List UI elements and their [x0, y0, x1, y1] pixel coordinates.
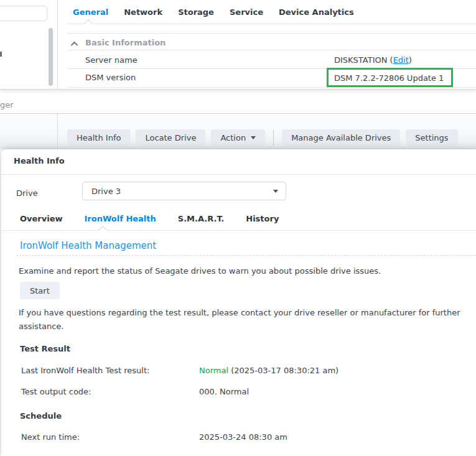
test-output-code-value: 000. Normal [199, 387, 249, 396]
button-label: Health Info [77, 133, 121, 142]
server-name-label: Server name [85, 55, 138, 65]
row-divider [67, 68, 476, 69]
tab-overview[interactable]: Overview [20, 214, 63, 223]
chevron-up-icon[interactable] [70, 39, 78, 49]
dialog-header-divider [1, 174, 476, 175]
button-label: Start [30, 286, 50, 295]
section-divider [67, 50, 476, 50]
caret-down-icon [273, 190, 278, 193]
dialog-tab-bar: Overview IronWolf Health S.M.A.R.T. Hist… [20, 214, 279, 223]
screen: General Network Storage Service Device A… [0, 0, 476, 456]
tab-history[interactable]: History [246, 214, 279, 223]
row-divider [67, 87, 476, 88]
section-divider [67, 33, 476, 34]
last-test-result-label: Last IronWolf Health Test result: [21, 366, 149, 375]
server-name-text: DISKSTATION ( [334, 55, 393, 65]
edit-link[interactable]: Edit [393, 55, 409, 65]
drive-label: Drive [16, 188, 38, 198]
settings-button[interactable]: Settings [406, 129, 457, 146]
start-button[interactable]: Start [20, 282, 60, 299]
dsm-version-label: DSM version [85, 73, 136, 82]
button-label: Settings [415, 133, 448, 142]
tab-general[interactable]: General [73, 7, 108, 17]
toolbar-separator [273, 130, 274, 146]
active-tab-notch [84, 19, 93, 28]
clipped-text-fragment [0, 52, 2, 57]
tab-ironwolf-health[interactable]: IronWolf Health [85, 214, 156, 223]
search-input[interactable] [0, 6, 47, 21]
tab-underline [67, 24, 476, 24]
button-label: Locate Drive [145, 133, 196, 142]
schedule-heading: Schedule [20, 411, 62, 421]
control-panel-content: General Network Storage Service Device A… [58, 0, 476, 90]
status-badge: Normal [199, 366, 228, 375]
test-result-heading: Test Result [20, 344, 70, 353]
tab-network[interactable]: Network [124, 7, 162, 17]
test-output-code-label: Test output code: [21, 387, 91, 396]
next-run-time-value: 2025-03-24 08:30 am [199, 432, 287, 442]
drive-select[interactable]: Drive 3 [82, 182, 286, 200]
note-text: If you have questions regarding the test… [19, 306, 467, 333]
status-timestamp: (2025-03-17 08:30:21 am) [228, 366, 338, 375]
server-name-value: DISKSTATION (Edit) [334, 55, 412, 65]
toolbar-buttons: Health Info Locate Drive Action Manage A… [67, 129, 458, 146]
control-panel-window: General Network Storage Service Device A… [0, 0, 476, 90]
description-text: Examine and report the status of Seagate… [19, 266, 381, 276]
caret-down-icon [251, 136, 256, 139]
tab-device-analytics[interactable]: Device Analytics [279, 7, 354, 17]
window-title-fragment: ger [0, 100, 14, 109]
dashed-divider [16, 255, 476, 256]
dialog-title: Health Info [14, 156, 65, 165]
tab-service[interactable]: Service [230, 7, 263, 17]
button-label: Action [220, 133, 246, 142]
storage-manager-toolbar: Health Info Locate Drive Action Manage A… [0, 113, 476, 149]
manage-available-drives-button[interactable]: Manage Available Drives [282, 129, 400, 146]
button-label: Manage Available Drives [291, 133, 391, 142]
drive-select-value: Drive 3 [91, 187, 121, 196]
next-run-time-label: Next run time: [21, 432, 80, 442]
dsm-version-value: DSM 7.2.2-72806 Update 1 [334, 73, 444, 83]
action-dropdown-button[interactable]: Action [211, 129, 265, 146]
section-heading: IronWolf Health Management [20, 240, 156, 251]
locate-drive-button[interactable]: Locate Drive [136, 129, 205, 146]
last-test-result-value: Normal (2025-03-17 08:30:21 am) [199, 366, 338, 375]
tab-underline [1, 230, 476, 231]
health-info-button[interactable]: Health Info [67, 129, 130, 146]
server-name-text-suffix: ) [409, 55, 412, 65]
scrollbar-thumb[interactable] [49, 28, 53, 86]
section-title[interactable]: Basic Information [85, 38, 166, 47]
control-panel-tab-bar: General Network Storage Service Device A… [73, 7, 354, 17]
tab-smart[interactable]: S.M.A.R.T. [178, 214, 224, 223]
pane-divider [57, 114, 58, 150]
tab-storage[interactable]: Storage [178, 7, 214, 17]
